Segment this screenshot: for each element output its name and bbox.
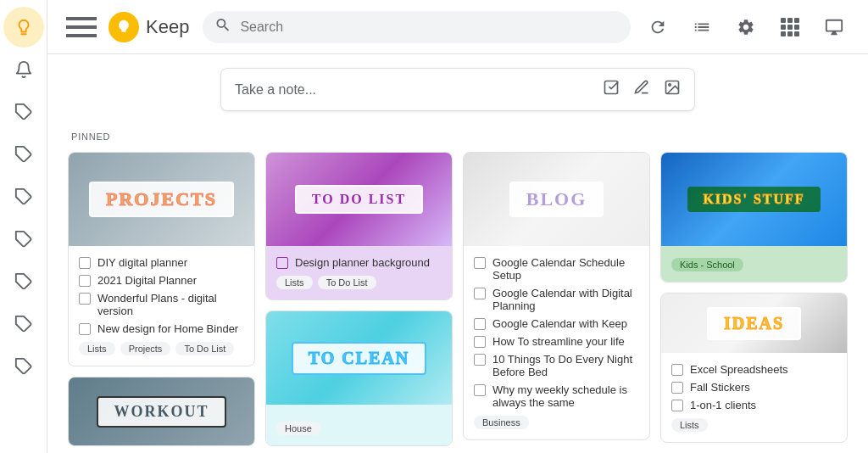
kids-school-badge: Kids - School: [671, 258, 743, 271]
label-icon-2: [14, 145, 33, 164]
ideas-title-text: IDEAS: [724, 314, 784, 333]
pinned-label: PINNED: [68, 131, 848, 142]
kids-title-text: KIDS' STUFF: [703, 192, 804, 206]
keep-bulb-icon: [115, 19, 132, 36]
label-icon-7: [14, 357, 33, 376]
sidebar-item-label1[interactable]: [3, 92, 44, 132]
search-input[interactable]: [203, 11, 631, 43]
sidebar-item-label5[interactable]: [3, 261, 44, 302]
search-icon: [214, 16, 231, 37]
list-item: Design planner background: [276, 256, 442, 269]
list-item: DIY digital planner: [79, 256, 244, 269]
tag-projects: Projects: [120, 342, 171, 355]
sidebar-item-label6[interactable]: [3, 304, 44, 344]
sidebar-item-label4[interactable]: [3, 219, 44, 260]
image-input-icon[interactable]: [664, 79, 681, 100]
ideas-image: IDEAS: [661, 294, 847, 353]
sidebar-item-reminders[interactable]: [3, 49, 44, 90]
list-view-button[interactable]: [682, 7, 722, 48]
sidebar-item-notes[interactable]: [3, 7, 44, 48]
tag-lists: Lists: [79, 342, 115, 355]
blog-tags: Business: [474, 416, 639, 429]
svg-point-2: [669, 84, 671, 87]
refresh-icon: [648, 18, 667, 36]
account-button[interactable]: [814, 7, 854, 48]
content-area: Take a note... PINNED: [47, 54, 868, 453]
tag-todo: To Do List: [175, 342, 234, 355]
toclean-title-text: TO CLEAN: [309, 349, 410, 367]
header-actions: [637, 7, 854, 48]
list-view-icon: [693, 18, 711, 36]
list-item: Excel Spreadsheets: [671, 363, 837, 376]
col-2: TO DO LIST Design planner background Lis…: [265, 152, 453, 446]
bulb-icon: [14, 18, 33, 36]
label-icon: [14, 103, 33, 121]
projects-image: PROJECTS: [69, 153, 254, 246]
todolist-checklist: Design planner background: [276, 256, 442, 269]
note-card-kids[interactable]: KIDS' STUFF Kids - School: [660, 152, 848, 282]
apps-button[interactable]: [770, 7, 810, 48]
list-item: 10 Things To Do Every Night Before Bed: [474, 353, 639, 378]
settings-button[interactable]: [726, 7, 766, 48]
sidebar-item-label2[interactable]: [3, 134, 44, 175]
col-1: PROJECTS DIY digital planner 2021 Digita…: [68, 152, 255, 446]
todolist-image: TO DO LIST: [266, 153, 452, 246]
projects-title-text: PROJECTS: [106, 188, 217, 210]
label-icon-4: [14, 230, 33, 249]
toclean-image: TO CLEAN: [266, 311, 452, 405]
blog-title-text: BLOG: [526, 188, 587, 210]
label-icon-5: [14, 272, 33, 291]
tag-todolist: To Do List: [318, 276, 376, 289]
list-item: Google Calendar Schedule Setup: [474, 256, 639, 282]
search-bar[interactable]: [203, 11, 631, 43]
main-area: Keep: [47, 0, 868, 453]
list-item: New design for Home Binder: [79, 322, 244, 335]
list-item: Fall Stickers: [671, 381, 837, 394]
pencil-input-icon[interactable]: [633, 79, 650, 100]
sidebar-item-label3[interactable]: [3, 176, 44, 217]
hamburger-button[interactable]: [61, 7, 102, 48]
sidebar: [0, 0, 47, 453]
col-4: KIDS' STUFF Kids - School: [660, 152, 848, 446]
checkbox-input-icon[interactable]: [603, 79, 620, 100]
kids-image: KIDS' STUFF: [661, 153, 847, 246]
settings-icon: [737, 18, 755, 36]
notes-grid: PROJECTS DIY digital planner 2021 Digita…: [68, 152, 848, 446]
note-input-bar[interactable]: Take a note...: [220, 68, 695, 111]
blog-image: BLOG: [464, 153, 649, 246]
note-input-placeholder: Take a note...: [235, 82, 603, 98]
note-card-todolist[interactable]: TO DO LIST Design planner background Lis…: [265, 152, 453, 300]
label-icon-3: [14, 187, 33, 206]
keep-logo-icon: [108, 12, 139, 42]
app-title: Keep: [146, 16, 189, 38]
workout-image: WORKOUT: [69, 378, 254, 445]
note-card-ideas[interactable]: IDEAS Excel Spreadsheets Fall Stickers 1…: [660, 293, 848, 443]
tag-lists: Lists: [671, 418, 708, 432]
list-item: 2021 Digital Planner: [79, 274, 244, 287]
note-card-toclean[interactable]: TO CLEAN House: [265, 310, 453, 446]
list-item: Google Calendar with Digital Planning: [474, 287, 639, 312]
col-3: BLOG Google Calendar Schedule Setup Goog…: [463, 152, 650, 446]
refresh-button[interactable]: [637, 7, 678, 48]
list-item: Wonderful Plans - digital version: [79, 292, 244, 317]
projects-tags: Lists Projects To Do List: [79, 342, 244, 355]
todolist-title-text: TO DO LIST: [312, 192, 406, 206]
svg-rect-0: [605, 81, 618, 94]
note-card-workout[interactable]: WORKOUT: [68, 377, 255, 446]
apps-icon: [781, 18, 799, 36]
list-item: How To streamline your life: [474, 335, 639, 348]
tag-lists: Lists: [276, 276, 313, 289]
note-card-projects[interactable]: PROJECTS DIY digital planner 2021 Digita…: [68, 152, 255, 366]
sidebar-item-label7[interactable]: [3, 346, 44, 387]
tag-business: Business: [474, 416, 529, 429]
todolist-tags: Lists To Do List: [276, 276, 442, 289]
workout-title-text: WORKOUT: [114, 403, 209, 420]
monitor-icon: [825, 18, 843, 36]
ideas-tags: Lists: [671, 418, 837, 432]
list-item: 1-on-1 clients: [671, 399, 837, 411]
label-icon-6: [14, 315, 33, 333]
note-card-blog[interactable]: BLOG Google Calendar Schedule Setup Goog…: [463, 152, 650, 440]
menu-icon: [61, 7, 102, 48]
tag-house: House: [276, 422, 320, 435]
ideas-checklist: Excel Spreadsheets Fall Stickers 1-on-1 …: [671, 363, 837, 411]
